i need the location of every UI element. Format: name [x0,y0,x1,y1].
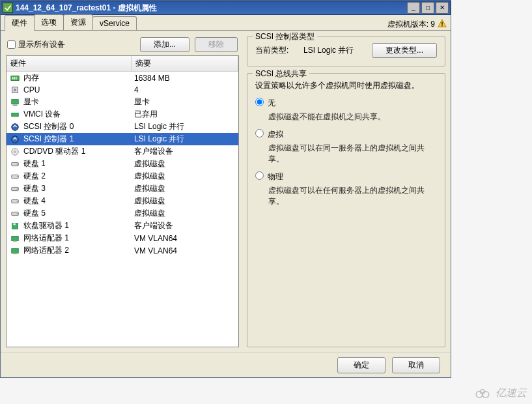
hw-summary: 客户端设备 [134,146,236,157]
show-all-devices-checkbox[interactable]: 显示所有设备 [7,39,65,50]
hardware-row[interactable]: 硬盘 4虚拟磁盘 [7,195,238,207]
hw-summary: 虚拟磁盘 [134,171,236,182]
maximize-button[interactable]: □ [421,2,434,14]
warning-icon [438,19,447,30]
bus-radio-0[interactable] [255,98,264,106]
hardware-row[interactable]: CPU4 [7,84,238,96]
memory-icon [9,73,21,83]
svg-rect-7 [16,77,17,79]
svg-point-24 [17,201,18,202]
ok-button[interactable]: 确定 [337,357,385,373]
titlebar[interactable]: 144_12_64_107_ractest01 - 虚拟机属性 _ □ ✕ [1,1,451,15]
hardware-body: 内存16384 MBCPU4显卡显卡VMCI 设备已弃用SCSI 控制器 0LS… [7,72,238,347]
disk-icon [9,209,21,219]
change-type-button[interactable]: 更改类型... [372,43,437,58]
svg-point-33 [476,391,483,397]
svg-point-22 [17,188,18,190]
svg-point-26 [17,213,18,214]
hw-name: SCSI 控制器 0 [23,121,134,132]
hw-name: 硬盘 2 [23,171,134,182]
hardware-row[interactable]: 硬盘 1虚拟磁盘 [7,158,238,170]
hw-summary: 显卡 [134,96,236,108]
scsi-icon [9,134,21,145]
current-type-label: 当前类型: [255,45,292,56]
group-legend: SCSI 控制器类型 [253,31,317,42]
svg-rect-9 [14,89,16,91]
svg-rect-31 [12,248,19,253]
floppy-icon [9,221,21,231]
hardware-row[interactable]: 硬盘 3虚拟磁盘 [7,182,238,195]
hw-name: CPU [23,85,134,94]
cpu-icon [9,85,21,95]
tab-body: 显示所有设备 添加... 移除 硬件 摘要 内存16384 MBCPU4显卡显卡… [1,31,451,353]
hw-name: 硬盘 1 [23,158,134,169]
window-buttons: _ □ ✕ [407,2,449,14]
hardware-row[interactable]: 内存16384 MB [7,72,238,84]
minimize-button[interactable]: _ [407,2,420,14]
tab-硬件[interactable]: 硬件 [5,15,35,31]
svg-rect-2 [441,22,443,24]
toolbar: 显示所有设备 添加... 移除 [6,36,239,55]
vm-version: 虚拟机版本: 9 [387,19,451,30]
hw-summary: VM VLAN64 [134,246,236,255]
svg-rect-0 [3,3,12,12]
bus-label: 虚拟 [268,129,283,140]
hardware-row[interactable]: SCSI 控制器 1LSI Logic 并行 [7,133,238,145]
show-all-input[interactable] [7,40,16,49]
svg-rect-11 [13,104,18,106]
dialog-footer: 确定 取消 [1,353,451,377]
hardware-table: 硬件 摘要 内存16384 MBCPU4显卡显卡VMCI 设备已弃用SCSI 控… [6,55,239,347]
tab-vservice[interactable]: vService [92,16,137,30]
hardware-row[interactable]: 软盘驱动器 1客户端设备 [7,220,238,232]
tab-资源[interactable]: 资源 [63,14,93,30]
hw-name: VMCI 设备 [23,109,134,120]
vm-version-label: 虚拟机版本: 9 [387,19,435,30]
remove-button[interactable]: 移除 [195,37,238,52]
hardware-row[interactable]: VMCI 设备已弃用 [7,108,238,121]
hw-name: SCSI 控制器 1 [23,134,134,145]
svg-rect-30 [13,240,16,242]
svg-rect-12 [12,113,19,116]
nic-icon [9,233,21,244]
hardware-row[interactable]: CD/DVD 驱动器 1客户端设备 [7,145,238,158]
hardware-row[interactable]: SCSI 控制器 0LSI Logic 并行 [7,121,238,133]
hw-summary: 4 [134,85,236,94]
col-hardware: 硬件 [7,56,132,71]
app-icon [3,3,13,13]
hardware-row[interactable]: 显卡显卡 [7,96,238,108]
hardware-row[interactable]: 网络适配器 2VM VLAN64 [7,244,238,257]
bus-desc: 虚拟磁盘可以在任何服务器上的虚拟机之间共享。 [268,185,437,207]
svg-point-14 [12,136,19,143]
hardware-header: 硬件 摘要 [7,56,238,72]
close-button[interactable]: ✕ [436,2,449,14]
scsi-bus-sharing-group: SCSI 总线共享 设置策略以允许多个虚拟机同时使用虚拟磁盘。 无虚拟磁盘不能在… [247,73,445,347]
watermark-text: 亿速云 [496,386,527,400]
hw-name: 硬盘 5 [23,208,134,219]
hw-name: 硬盘 3 [23,183,134,194]
hw-summary: 虚拟磁盘 [134,208,236,219]
col-summary: 摘要 [132,56,238,71]
svg-rect-29 [12,236,19,240]
bus-sharing-hint: 设置策略以允许多个虚拟机同时使用虚拟磁盘。 [255,80,437,91]
hw-name: 网络适配器 1 [23,233,134,244]
add-button[interactable]: 添加... [140,37,189,52]
hardware-row[interactable]: 硬盘 2虚拟磁盘 [7,170,238,182]
bus-radio-2[interactable] [255,171,264,180]
hw-name: 软盘驱动器 1 [23,220,134,231]
hardware-row[interactable]: 硬盘 5虚拟磁盘 [7,207,238,220]
current-type-value: LSI Logic 并行 [303,45,354,56]
hw-name: 显卡 [23,96,134,108]
hw-name: 网络适配器 2 [23,245,134,256]
scsi-controller-type-group: SCSI 控制器类型 当前类型: LSI Logic 并行 更改类型... [247,36,445,66]
bus-label: 无 [268,98,275,109]
hardware-row[interactable]: 网络适配器 1VM VLAN64 [7,232,238,244]
bus-sharing-options: 无虚拟磁盘不能在虚拟机之间共享。虚拟虚拟磁盘可以在同一服务器上的虚拟机之间共享。… [255,98,437,207]
svg-point-16 [14,151,16,152]
tab-选项[interactable]: 选项 [34,14,64,30]
cancel-button[interactable]: 取消 [392,357,440,373]
hw-summary: VM VLAN64 [134,234,236,243]
watermark: 亿速云 [475,386,527,400]
bus-radio-1[interactable] [255,129,264,137]
svg-point-34 [483,391,489,397]
disk-icon [9,159,21,169]
